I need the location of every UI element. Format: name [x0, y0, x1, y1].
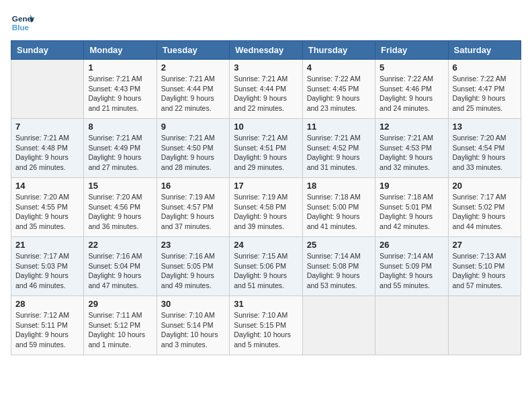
- day-info: Sunrise: 7:12 AM Sunset: 5:11 PM Dayligh…: [15, 310, 79, 350]
- day-info: Sunrise: 7:10 AM Sunset: 5:15 PM Dayligh…: [234, 310, 298, 350]
- calendar-cell: 18Sunrise: 7:18 AM Sunset: 5:00 PM Dayli…: [302, 178, 375, 237]
- calendar-cell: 19Sunrise: 7:18 AM Sunset: 5:01 PM Dayli…: [375, 178, 448, 237]
- day-info: Sunrise: 7:16 AM Sunset: 5:05 PM Dayligh…: [161, 251, 225, 291]
- day-info: Sunrise: 7:20 AM Sunset: 4:56 PM Dayligh…: [88, 192, 152, 232]
- calendar-cell: [11, 60, 84, 119]
- calendar-cell: 26Sunrise: 7:14 AM Sunset: 5:09 PM Dayli…: [375, 237, 448, 296]
- calendar-cell: 12Sunrise: 7:21 AM Sunset: 4:53 PM Dayli…: [375, 119, 448, 178]
- logo-icon: General Blue: [11, 11, 35, 35]
- calendar-cell: 22Sunrise: 7:16 AM Sunset: 5:04 PM Dayli…: [84, 237, 157, 296]
- calendar-cell: 28Sunrise: 7:12 AM Sunset: 5:11 PM Dayli…: [11, 296, 84, 355]
- day-info: Sunrise: 7:21 AM Sunset: 4:48 PM Dayligh…: [15, 133, 79, 173]
- day-number: 12: [380, 122, 443, 132]
- week-row-5: 28Sunrise: 7:12 AM Sunset: 5:11 PM Dayli…: [11, 296, 521, 355]
- calendar-cell: 27Sunrise: 7:13 AM Sunset: 5:10 PM Dayli…: [448, 237, 521, 296]
- week-row-1: 1Sunrise: 7:21 AM Sunset: 4:43 PM Daylig…: [11, 60, 521, 119]
- day-number: 6: [453, 62, 517, 73]
- header-saturday: Saturday: [448, 41, 521, 60]
- day-number: 1: [88, 62, 152, 73]
- header-friday: Friday: [375, 41, 448, 60]
- calendar-cell: 9Sunrise: 7:21 AM Sunset: 4:50 PM Daylig…: [157, 119, 229, 178]
- calendar-cell: [448, 296, 521, 355]
- calendar-cell: 3Sunrise: 7:21 AM Sunset: 4:44 PM Daylig…: [230, 60, 302, 119]
- calendar-header-row: SundayMondayTuesdayWednesdayThursdayFrid…: [11, 41, 521, 60]
- day-number: 15: [88, 181, 152, 191]
- calendar-cell: 24Sunrise: 7:15 AM Sunset: 5:06 PM Dayli…: [230, 237, 302, 296]
- day-number: 29: [88, 299, 152, 309]
- header-tuesday: Tuesday: [157, 41, 229, 60]
- day-number: 24: [234, 240, 298, 250]
- calendar-cell: 6Sunrise: 7:22 AM Sunset: 4:47 PM Daylig…: [448, 60, 521, 119]
- day-info: Sunrise: 7:13 AM Sunset: 5:10 PM Dayligh…: [453, 251, 517, 291]
- day-number: 11: [307, 122, 371, 132]
- day-number: 10: [234, 122, 298, 132]
- day-info: Sunrise: 7:14 AM Sunset: 5:08 PM Dayligh…: [307, 251, 371, 291]
- header-monday: Monday: [84, 41, 157, 60]
- day-number: 16: [161, 181, 225, 191]
- day-number: 28: [15, 299, 79, 309]
- day-number: 30: [161, 299, 225, 309]
- day-info: Sunrise: 7:21 AM Sunset: 4:49 PM Dayligh…: [88, 133, 152, 173]
- calendar-cell: 13Sunrise: 7:20 AM Sunset: 4:54 PM Dayli…: [448, 119, 521, 178]
- day-info: Sunrise: 7:22 AM Sunset: 4:45 PM Dayligh…: [307, 74, 371, 113]
- day-info: Sunrise: 7:18 AM Sunset: 5:00 PM Dayligh…: [307, 192, 371, 232]
- day-number: 22: [88, 240, 152, 250]
- day-number: 26: [380, 240, 443, 250]
- page-header: General Blue: [11, 11, 521, 35]
- week-row-4: 21Sunrise: 7:17 AM Sunset: 5:03 PM Dayli…: [11, 237, 521, 296]
- day-info: Sunrise: 7:21 AM Sunset: 4:52 PM Dayligh…: [307, 133, 371, 173]
- day-number: 19: [380, 181, 443, 191]
- calendar-cell: 17Sunrise: 7:19 AM Sunset: 4:58 PM Dayli…: [230, 178, 302, 237]
- calendar-cell: 14Sunrise: 7:20 AM Sunset: 4:55 PM Dayli…: [11, 178, 84, 237]
- calendar-cell: 10Sunrise: 7:21 AM Sunset: 4:51 PM Dayli…: [230, 119, 302, 178]
- calendar-cell: 23Sunrise: 7:16 AM Sunset: 5:05 PM Dayli…: [157, 237, 229, 296]
- logo: General Blue: [11, 11, 35, 35]
- calendar-cell: 2Sunrise: 7:21 AM Sunset: 4:44 PM Daylig…: [157, 60, 229, 119]
- day-number: 5: [380, 62, 443, 73]
- day-info: Sunrise: 7:20 AM Sunset: 4:55 PM Dayligh…: [15, 192, 79, 232]
- day-number: 23: [161, 240, 225, 250]
- header-thursday: Thursday: [302, 41, 375, 60]
- day-info: Sunrise: 7:17 AM Sunset: 5:03 PM Dayligh…: [15, 251, 79, 291]
- day-info: Sunrise: 7:17 AM Sunset: 5:02 PM Dayligh…: [453, 192, 517, 232]
- day-number: 21: [15, 240, 79, 250]
- svg-text:Blue: Blue: [12, 23, 30, 32]
- week-row-2: 7Sunrise: 7:21 AM Sunset: 4:48 PM Daylig…: [11, 119, 521, 178]
- header-wednesday: Wednesday: [230, 41, 302, 60]
- day-number: 9: [161, 122, 225, 132]
- day-info: Sunrise: 7:21 AM Sunset: 4:50 PM Dayligh…: [161, 133, 225, 173]
- day-number: 2: [161, 62, 225, 73]
- calendar-cell: 7Sunrise: 7:21 AM Sunset: 4:48 PM Daylig…: [11, 119, 84, 178]
- calendar-cell: 29Sunrise: 7:11 AM Sunset: 5:12 PM Dayli…: [84, 296, 157, 355]
- day-info: Sunrise: 7:20 AM Sunset: 4:54 PM Dayligh…: [453, 133, 517, 173]
- calendar-cell: 5Sunrise: 7:22 AM Sunset: 4:46 PM Daylig…: [375, 60, 448, 119]
- day-info: Sunrise: 7:21 AM Sunset: 4:51 PM Dayligh…: [234, 133, 298, 173]
- day-number: 4: [307, 62, 371, 73]
- day-info: Sunrise: 7:10 AM Sunset: 5:14 PM Dayligh…: [161, 310, 225, 350]
- calendar-cell: 8Sunrise: 7:21 AM Sunset: 4:49 PM Daylig…: [84, 119, 157, 178]
- calendar-cell: 1Sunrise: 7:21 AM Sunset: 4:43 PM Daylig…: [84, 60, 157, 119]
- calendar-cell: 11Sunrise: 7:21 AM Sunset: 4:52 PM Dayli…: [302, 119, 375, 178]
- day-number: 25: [307, 240, 371, 250]
- day-number: 14: [15, 181, 79, 191]
- day-info: Sunrise: 7:21 AM Sunset: 4:53 PM Dayligh…: [380, 133, 443, 173]
- day-info: Sunrise: 7:15 AM Sunset: 5:06 PM Dayligh…: [234, 251, 298, 291]
- day-info: Sunrise: 7:22 AM Sunset: 4:47 PM Dayligh…: [453, 74, 517, 113]
- day-info: Sunrise: 7:14 AM Sunset: 5:09 PM Dayligh…: [380, 251, 443, 291]
- week-row-3: 14Sunrise: 7:20 AM Sunset: 4:55 PM Dayli…: [11, 178, 521, 237]
- calendar-cell: 31Sunrise: 7:10 AM Sunset: 5:15 PM Dayli…: [230, 296, 302, 355]
- calendar-cell: 16Sunrise: 7:19 AM Sunset: 4:57 PM Dayli…: [157, 178, 229, 237]
- calendar-cell: 4Sunrise: 7:22 AM Sunset: 4:45 PM Daylig…: [302, 60, 375, 119]
- day-number: 17: [234, 181, 298, 191]
- calendar-cell: 20Sunrise: 7:17 AM Sunset: 5:02 PM Dayli…: [448, 178, 521, 237]
- calendar-cell: 21Sunrise: 7:17 AM Sunset: 5:03 PM Dayli…: [11, 237, 84, 296]
- calendar-table: SundayMondayTuesdayWednesdayThursdayFrid…: [11, 40, 521, 355]
- day-number: 3: [234, 62, 298, 73]
- day-info: Sunrise: 7:19 AM Sunset: 4:58 PM Dayligh…: [234, 192, 298, 232]
- day-info: Sunrise: 7:21 AM Sunset: 4:43 PM Dayligh…: [88, 74, 152, 113]
- day-info: Sunrise: 7:18 AM Sunset: 5:01 PM Dayligh…: [380, 192, 443, 232]
- day-number: 18: [307, 181, 371, 191]
- day-info: Sunrise: 7:22 AM Sunset: 4:46 PM Dayligh…: [380, 74, 443, 113]
- day-number: 7: [15, 122, 79, 132]
- header-sunday: Sunday: [11, 41, 84, 60]
